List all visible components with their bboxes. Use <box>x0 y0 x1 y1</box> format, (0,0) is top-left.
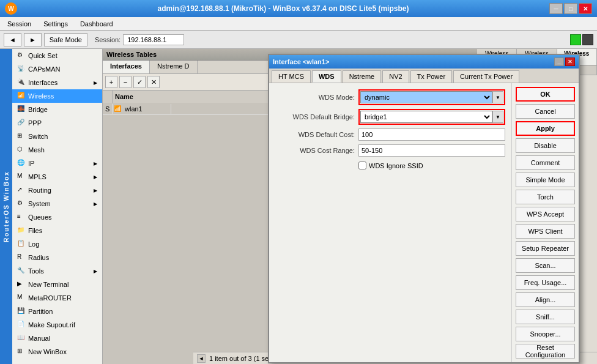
sidebar-item-partition[interactable]: 💾 Partition <box>12 305 102 318</box>
ok-button[interactable]: OK <box>516 87 575 102</box>
dialog-minimize-button[interactable]: _ <box>554 58 564 66</box>
sidebar-item-manual[interactable]: 📖 Manual <box>12 332 102 345</box>
wds-default-cost-input[interactable]: 100 <box>358 128 505 141</box>
disable-button[interactable]: Disable <box>516 138 575 153</box>
sidebar-item-interfaces[interactable]: 🔌 Interfaces ▶ <box>12 76 102 89</box>
remove-button[interactable]: − <box>119 76 132 88</box>
sidebar-item-new-winbox[interactable]: ⊞ New WinBox <box>12 345 102 358</box>
sidebar-item-quickset[interactable]: ⚙ Quick Set <box>12 49 102 62</box>
sidebar-item-ppp[interactable]: 🔗 PPP <box>12 116 102 130</box>
menu-dashboard[interactable]: Dashboard <box>75 19 118 29</box>
sidebar-item-mesh[interactable]: ⬡ Mesh <box>12 143 102 157</box>
torch-button[interactable]: Torch <box>516 190 575 204</box>
back-button[interactable]: ◄ <box>4 33 21 46</box>
sidebar-item-new-terminal[interactable]: ▶ New Terminal <box>12 278 102 291</box>
forward-button[interactable]: ► <box>24 33 42 46</box>
minimize-button[interactable]: ─ <box>549 3 563 14</box>
sidebar-item-label: Radius <box>28 254 49 261</box>
sidebar-item-metarouter[interactable]: M MetaROUTER <box>12 291 102 305</box>
sidebar-item-ip[interactable]: 🌐 IP ▶ <box>12 157 102 170</box>
make-supout-icon: 📄 <box>17 321 26 329</box>
sidebar-item-make-supout[interactable]: 📄 Make Supout.rif <box>12 318 102 332</box>
wds-default-cost-row: WDS Default Cost: 100 <box>275 128 505 141</box>
wds-mode-dropdown-btn[interactable]: ▼ <box>492 91 503 103</box>
tab-wds[interactable]: WDS <box>312 70 341 83</box>
wds-cost-range-input[interactable]: 50-150 <box>358 144 505 157</box>
new-terminal-icon: ▶ <box>17 280 26 289</box>
tab-nstreme[interactable]: Nstreme <box>343 70 382 83</box>
ip-icon: 🌐 <box>17 159 26 168</box>
sidebar-item-log[interactable]: 📋 Log <box>12 237 102 251</box>
tools-arrow-icon: ▶ <box>94 269 97 274</box>
wds-bridge-dropdown-btn[interactable]: ▼ <box>492 111 503 123</box>
sidebar-item-system[interactable]: ⚙ System ▶ <box>12 197 102 210</box>
sidebar-item-bridge[interactable]: 🌉 Bridge <box>12 103 102 116</box>
apply-button[interactable]: Apply <box>516 121 575 136</box>
scroll-left-button[interactable]: ◄ <box>197 354 206 363</box>
sidebar-item-label: System <box>28 200 51 207</box>
dialog-title-bar: Interface <wlan1> _ ✕ <box>269 55 579 69</box>
align-button[interactable]: Align... <box>516 292 575 307</box>
sidebar-item-label: Mesh <box>28 146 45 154</box>
wds-default-bridge-select[interactable]: bridge1 <box>360 111 492 123</box>
sidebar-item-label: PPP <box>28 119 42 127</box>
maximize-button[interactable]: □ <box>564 3 577 14</box>
wds-default-bridge-row: WDS Default Bridge: bridge1 ▼ <box>275 109 505 125</box>
ip-arrow-icon: ▶ <box>94 161 97 166</box>
sidebar-item-mpls[interactable]: M MPLS ▶ <box>12 170 102 184</box>
session-value[interactable]: 192.168.88.1 <box>123 34 184 45</box>
apply-button[interactable]: ✓ <box>133 76 146 88</box>
sidebar-item-tools[interactable]: 🔧 Tools ▶ <box>12 264 102 278</box>
reset-config-button[interactable]: Reset Configuration <box>516 344 575 358</box>
wt-tab-interfaces[interactable]: Interfaces <box>103 61 150 73</box>
tab-current-tx-power[interactable]: Current Tx Power <box>453 70 519 83</box>
app-icon: W <box>5 2 17 15</box>
wds-ignore-ssid-label: WDS Ignore SSID <box>369 162 423 169</box>
sidebar-item-files[interactable]: 📁 Files <box>12 224 102 237</box>
radius-icon: R <box>17 253 26 262</box>
mpls-arrow-icon: ▶ <box>94 174 97 180</box>
cancel-button[interactable]: Cancel <box>516 104 575 119</box>
simple-mode-button[interactable]: Simple Mode <box>516 173 575 187</box>
wps-accept-button[interactable]: WPS Accept <box>516 207 575 221</box>
tab-nv2[interactable]: NV2 <box>382 70 409 83</box>
snooper-button[interactable]: Snooper... <box>516 327 575 341</box>
scan-button[interactable]: Scan... <box>516 258 575 273</box>
wds-mode-outline: dynamic ▼ <box>358 89 505 105</box>
files-icon: 📁 <box>17 226 26 235</box>
comment-button[interactable]: Comment <box>516 155 575 170</box>
dialog-form: WDS Mode: dynamic ▼ WDS Default Bridge: <box>269 83 511 362</box>
setup-repeater-button[interactable]: Setup Repeater <box>516 241 575 256</box>
sidebar-item-radius[interactable]: R Radius <box>12 251 102 264</box>
sidebar-item-label: New WinBox <box>28 348 67 355</box>
wt-tab-nstreme[interactable]: Nstreme D <box>150 61 198 73</box>
wds-mode-select[interactable]: dynamic <box>360 91 492 103</box>
sidebar-item-wireless[interactable]: 📶 Wireless <box>12 89 102 103</box>
name-col-header: Name <box>113 92 136 102</box>
safe-mode-button[interactable]: Safe Mode <box>44 33 87 46</box>
mesh-icon: ⬡ <box>17 146 26 154</box>
sidebar-item-switch[interactable]: ⊞ Switch <box>12 130 102 143</box>
tab-ht-mcs[interactable]: HT MCS <box>272 70 311 83</box>
status-lights <box>570 34 593 45</box>
discard-button[interactable]: ✕ <box>147 76 160 88</box>
sidebar-item-queues[interactable]: ≡ Queues <box>12 210 102 224</box>
menu-session[interactable]: Session <box>2 19 36 29</box>
sidebar-item-routing[interactable]: ↗ Routing ▶ <box>12 184 102 197</box>
freq-usage-button[interactable]: Freq. Usage... <box>516 275 575 290</box>
tab-tx-power[interactable]: Tx Power <box>410 70 452 83</box>
sidebar-item-label: Make Supout.rif <box>28 321 75 329</box>
bridge-icon: 🌉 <box>17 105 26 114</box>
wps-client-button[interactable]: WPS Client <box>516 224 575 239</box>
sniff-button[interactable]: Sniff... <box>516 310 575 324</box>
main-area: RouterOS WinBox ⚙ Quick Set 📡 CAPsMAN 🔌 … <box>0 49 597 364</box>
wds-ignore-ssid-checkbox[interactable] <box>358 162 366 169</box>
sidebar-item-capsman[interactable]: 📡 CAPsMAN <box>12 62 102 76</box>
title-bar-text: admin@192.168.88.1 (MikroTik) - WinBox v… <box>17 4 549 13</box>
add-button[interactable]: + <box>105 76 117 88</box>
dialog-close-button[interactable]: ✕ <box>565 58 575 66</box>
row-type: S <box>103 104 113 114</box>
sidebar-item-label: Files <box>28 227 42 234</box>
menu-settings[interactable]: Settings <box>39 19 73 29</box>
close-button[interactable]: ✕ <box>579 3 592 14</box>
